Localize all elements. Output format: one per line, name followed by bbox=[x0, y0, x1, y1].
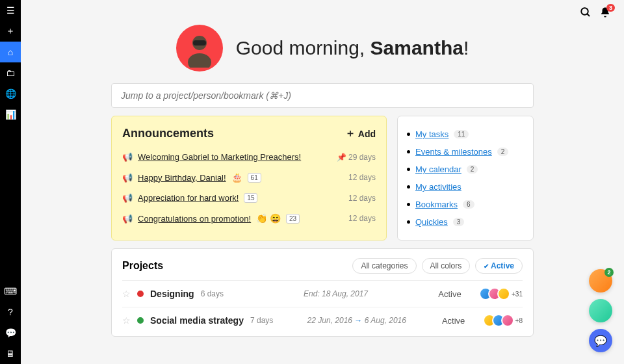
announcement-row: 📢 Appreciation for hard work! 15 12 days bbox=[122, 188, 376, 208]
filter-categories[interactable]: All categories bbox=[352, 258, 416, 274]
announcement-days: 12 days bbox=[348, 214, 376, 223]
count-pill: 6 bbox=[463, 200, 474, 209]
desktop-icon[interactable]: 🖥 bbox=[0, 343, 21, 364]
project-days: 6 days bbox=[201, 289, 224, 298]
megaphone-icon: 📢 bbox=[122, 173, 133, 183]
keyboard-icon[interactable]: ⌨ bbox=[0, 281, 21, 302]
announcement-row: 📢 Congratulations on promotion! 👏 😄 23 1… bbox=[122, 208, 376, 229]
announcements-title: Announcements bbox=[122, 127, 214, 140]
home-icon[interactable]: ⌂ bbox=[0, 42, 21, 62]
project-color-dot bbox=[137, 317, 144, 324]
project-name[interactable]: Designing bbox=[150, 289, 194, 299]
project-status: Active bbox=[427, 289, 473, 299]
megaphone-icon: 📢 bbox=[122, 152, 133, 162]
count-chip: 15 bbox=[244, 193, 257, 203]
count-pill: 3 bbox=[453, 218, 465, 226]
count-chip: 61 bbox=[248, 173, 261, 183]
quicklink[interactable]: My calendar bbox=[415, 164, 462, 174]
avatar-more: +31 bbox=[512, 291, 523, 298]
project-date: End: 18 Aug, 2017 bbox=[304, 289, 421, 298]
quicklink[interactable]: My tasks bbox=[415, 129, 448, 139]
quicklink-row: My calendar2 bbox=[407, 161, 524, 178]
quicklink[interactable]: My activities bbox=[415, 182, 462, 192]
emoji-icon: 👏 😄 bbox=[256, 213, 281, 224]
announcements-panel: Announcements ＋Add 📢 Welcoming Gabriel t… bbox=[111, 116, 387, 240]
project-row: ☆ Social media strategy 7 days 22 Jun, 2… bbox=[122, 307, 523, 333]
bullet-icon bbox=[407, 150, 410, 153]
project-days: 7 days bbox=[250, 316, 273, 325]
announcement-link[interactable]: Appreciation for hard work! bbox=[138, 193, 239, 203]
projects-panel: Projects All categories All colors Activ… bbox=[111, 248, 534, 337]
announcement-days: 12 days bbox=[348, 194, 376, 203]
floating-chat: 2 💬 bbox=[589, 269, 612, 352]
quicklink[interactable]: Events & milestones bbox=[415, 147, 492, 157]
chat-person-1[interactable]: 2 bbox=[589, 269, 612, 292]
quicklink[interactable]: Quickies bbox=[415, 217, 448, 227]
greeting-prefix: Good morning, bbox=[236, 37, 370, 58]
project-row: ☆ Designing 6 days End: 18 Aug, 2017 Act… bbox=[122, 280, 523, 307]
announcement-days: 29 days bbox=[348, 153, 376, 162]
filter-colors[interactable]: All colors bbox=[422, 258, 471, 274]
quicklink-row: My tasks11 bbox=[407, 125, 524, 143]
star-icon[interactable]: ☆ bbox=[122, 315, 131, 326]
announcement-row: 📢 Welcoming Gabriel to Marketing Preache… bbox=[122, 147, 376, 167]
projects-filters: All categories All colors Active bbox=[352, 258, 523, 274]
help-icon[interactable]: ? bbox=[0, 302, 21, 322]
projects-title: Projects bbox=[122, 260, 163, 272]
announcement-days: 12 days bbox=[348, 173, 376, 182]
quicklink-row: Quickies3 bbox=[407, 213, 524, 231]
announcement-link[interactable]: Happy Birthday, Danial! bbox=[138, 173, 226, 183]
globe-icon[interactable]: 🌐 bbox=[0, 83, 21, 104]
project-avatars: +8 bbox=[483, 314, 523, 327]
plus-icon[interactable]: ＋ bbox=[0, 21, 21, 42]
chat-person-2[interactable] bbox=[589, 299, 612, 322]
chat-icon[interactable]: 💬 bbox=[0, 322, 21, 343]
megaphone-icon: 📢 bbox=[122, 193, 133, 203]
folder-icon[interactable]: 🗀 bbox=[0, 62, 21, 83]
project-status: Active bbox=[431, 316, 476, 326]
greeting-row: Good morning, Samantha! bbox=[21, 25, 624, 72]
svg-point-3 bbox=[188, 53, 211, 68]
jump-input[interactable] bbox=[111, 83, 534, 108]
avatar-more: +8 bbox=[515, 317, 523, 324]
main-content: Good morning, Samantha! Announcements ＋A… bbox=[21, 0, 624, 364]
count-pill: 2 bbox=[497, 148, 509, 156]
greeting-text: Good morning, Samantha! bbox=[236, 37, 469, 59]
count-pill: 2 bbox=[467, 165, 478, 174]
bullet-icon bbox=[407, 185, 410, 188]
megaphone-icon: 📢 bbox=[122, 214, 133, 224]
star-icon[interactable]: ☆ bbox=[122, 289, 131, 299]
announcement-row: 📢 Happy Birthday, Danial! 🎂 61 12 days bbox=[122, 167, 376, 188]
project-date: 22 Jun, 2016 → 6 Aug, 2016 bbox=[307, 316, 424, 325]
bullet-icon bbox=[407, 220, 410, 224]
quicklink-row: My activities bbox=[407, 178, 524, 196]
add-announcement-button[interactable]: ＋Add bbox=[345, 127, 376, 140]
pin-icon: 📌 bbox=[337, 153, 346, 162]
bullet-icon bbox=[407, 168, 410, 171]
filter-active[interactable]: Active bbox=[475, 258, 523, 274]
project-color-dot bbox=[137, 291, 144, 297]
project-avatars: +31 bbox=[479, 287, 523, 300]
bullet-icon bbox=[407, 133, 410, 136]
project-name[interactable]: Social media strategy bbox=[150, 315, 244, 326]
count-pill: 11 bbox=[454, 130, 469, 138]
chat-launcher[interactable]: 💬 bbox=[589, 329, 612, 352]
left-sidebar: ☰ ＋ ⌂ 🗀 🌐 📊 ⌨ ? 💬 🖥 bbox=[0, 0, 21, 364]
greeting-suffix: ! bbox=[463, 37, 469, 58]
chart-icon[interactable]: 📊 bbox=[0, 104, 21, 125]
menu-icon[interactable]: ☰ bbox=[0, 0, 21, 21]
svg-rect-4 bbox=[193, 40, 206, 46]
emoji-icon: 🎂 bbox=[231, 172, 242, 183]
announcement-link[interactable]: Welcoming Gabriel to Marketing Preachers… bbox=[138, 152, 301, 162]
user-avatar bbox=[176, 25, 223, 72]
bullet-icon bbox=[407, 203, 410, 206]
quicklink[interactable]: Bookmarks bbox=[415, 200, 458, 209]
announcement-link[interactable]: Congratulations on promotion! bbox=[138, 214, 251, 224]
quicklink-row: Events & milestones2 bbox=[407, 143, 524, 161]
chat-badge: 2 bbox=[604, 268, 614, 277]
quicklinks-panel: My tasks11 Events & milestones2 My calen… bbox=[397, 116, 534, 240]
quicklink-row: Bookmarks6 bbox=[407, 196, 524, 213]
count-chip: 23 bbox=[286, 214, 300, 224]
greeting-name: Samantha bbox=[370, 37, 463, 58]
